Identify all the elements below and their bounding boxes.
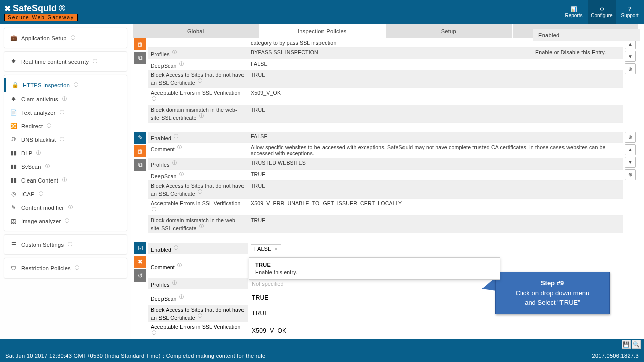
sidebar-item-image-analyzer[interactable]: 🖼Image analyzer ⓘ — [4, 214, 127, 228]
sidebar-item-label: Clam antivirus — [21, 96, 58, 102]
reports-button[interactable]: 📊 Reports — [559, 0, 588, 24]
lock-icon: 🔒 — [12, 82, 19, 88]
policy-row: Comment ⓘAllow specific websites to be a… — [148, 143, 623, 158]
info-icon: ⓘ — [65, 218, 69, 224]
circ-button[interactable]: ⊕ — [625, 63, 636, 74]
configure-label: Configure — [591, 13, 612, 18]
row-key: Enabled ⓘ — [148, 243, 248, 254]
block-nossl-value[interactable]: TRUE — [251, 308, 270, 319]
sidebar-item-dlp[interactable]: ▮▮DLP ⓘ — [4, 146, 127, 160]
callout-line1: Step #9 — [504, 278, 601, 288]
sidebar-item-redirect[interactable]: 🔀Redirect ⓘ — [4, 119, 127, 133]
sliders-icon: ☰ — [10, 241, 17, 248]
sidebar-item-https-inspection[interactable]: 🔒HTTPS Inspection ⓘ — [4, 78, 127, 92]
circ-button[interactable]: ⊕ — [625, 132, 636, 143]
save-icon[interactable]: 💾 — [622, 340, 631, 349]
clear-icon[interactable]: × — [274, 246, 277, 252]
policy-row: DeepScan ⓘFALSE — [148, 59, 623, 71]
info-icon: ⓘ — [68, 241, 72, 248]
sidebar-item-svscan[interactable]: ▮▮SvScan ⓘ — [4, 160, 127, 173]
app-header: ✖ SafeSquid® Secure Web Gateway 📊 Report… — [0, 0, 644, 24]
support-button[interactable]: ? Support — [616, 0, 644, 24]
policy-row: Acceptable Errors in SSL Verification ⓘX… — [148, 88, 623, 106]
trash-button[interactable]: 🗑 — [134, 38, 146, 50]
logo-block: ✖ SafeSquid® Secure Web Gateway — [4, 3, 78, 21]
cancel-button[interactable]: ✖ — [134, 256, 146, 268]
tab-global[interactable]: Global — [133, 24, 259, 38]
callout-line2: Click on drop down menu — [504, 288, 601, 298]
dropdown-option-desc: Enable this entry. — [255, 269, 494, 275]
dns-icon: ⅅ — [10, 136, 17, 143]
trash-button[interactable]: 🗑 — [134, 145, 146, 157]
circ-button[interactable]: ⊕ — [625, 169, 636, 180]
policy-row: Enabled ⓘFALSE — [148, 132, 623, 143]
sidebar-item-custom-settings[interactable]: ☰Custom Settings ⓘ — [4, 238, 127, 251]
row-value: TRUE — [248, 70, 623, 79]
policy-row: DeepScan ⓘTRUE — [148, 170, 623, 182]
info-icon: ⓘ — [36, 150, 41, 156]
help-body: Enable or Disable this Entry. — [533, 41, 640, 57]
sidebar-item-dns-blacklist[interactable]: ⅅDNS blacklist ⓘ — [4, 133, 127, 146]
down-button[interactable]: ▼ — [625, 157, 636, 168]
ring-icon: ◎ — [10, 191, 17, 197]
sidebar-item-label: Text analyzer — [21, 110, 56, 116]
row-key: Enabled ⓘ — [148, 132, 248, 143]
tab-setup[interactable]: Setup — [386, 24, 512, 38]
dropdown-option-true[interactable]: TRUE — [255, 262, 494, 268]
sidebar-item-label: Image analyzer — [21, 218, 61, 224]
product-name: SafeSquid — [13, 3, 57, 14]
copy-button[interactable]: ⧉ — [134, 52, 146, 64]
support-label: Support — [621, 13, 638, 18]
enabled-dropdown[interactable]: TRUEEnable this entry. — [249, 257, 500, 280]
policy-row: Block domain mismatch in the web-site SS… — [148, 216, 623, 233]
sidebar-item-clam-antivirus[interactable]: ✱Clam antivirus ⓘ — [4, 92, 127, 106]
sidebar-item-clean-content[interactable]: ▮▮Clean Content ⓘ — [4, 173, 127, 187]
row-key: Block Access to Sites that do not have a… — [148, 70, 248, 87]
row-value: X509_V_OK — [248, 88, 623, 97]
search-icon[interactable]: 🔍 — [632, 340, 641, 349]
sidebar-item-label: ICAP — [21, 191, 35, 197]
sidebar-item-label: Restriction Policies — [21, 265, 71, 272]
row-value: FALSE — [248, 59, 623, 68]
row-key: Comment ⓘ — [148, 143, 248, 154]
row-key: Block domain mismatch in the web-site SS… — [148, 216, 248, 233]
row-value: TRUE — [248, 181, 623, 190]
sidebar-item-label: Real time content security — [21, 59, 89, 65]
check-button[interactable]: ☑ — [134, 242, 146, 254]
sidebar-item-label: DLP — [21, 150, 32, 156]
policy-row: Profiles ⓘTRUSTED WEBSITES — [148, 158, 623, 170]
sidebar: 💼Application Setup ⓘ✱Real time content s… — [0, 24, 131, 339]
edit-button[interactable]: ✎ — [134, 132, 146, 144]
tab-inspection-policies[interactable]: Inspection Policies — [260, 24, 385, 38]
info-icon: ⓘ — [62, 177, 67, 184]
ssl-errors-value[interactable]: X509_V_OK — [251, 325, 287, 336]
product-tagline: Secure Web Gateway — [4, 14, 78, 21]
enabled-pill[interactable]: FALSE × — [251, 244, 281, 253]
bars-icon: ▮▮ — [10, 163, 17, 170]
row-value: X509_V_ERR_UNABLE_TO_GET_ISSUER_CERT_LOC… — [248, 199, 623, 208]
step-callout: Step #9 Click on drop down menu and Sele… — [495, 272, 610, 314]
info-icon: ⓘ — [45, 163, 50, 170]
copy-button[interactable]: ⧉ — [134, 159, 146, 171]
sidebar-item-real-time-content-security[interactable]: ✱Real time content security ⓘ — [4, 55, 127, 68]
up-button[interactable]: ▲ — [625, 144, 636, 155]
policy-row: Block Access to Sites that do not have a… — [148, 70, 623, 88]
configure-button[interactable]: ⚙ Configure — [588, 0, 616, 24]
profiles-placeholder: Not specified — [251, 279, 285, 289]
sidebar-item-text-analyzer[interactable]: 📄Text analyzer ⓘ — [4, 106, 127, 119]
sidebar-item-icap[interactable]: ◎ICAP ⓘ — [4, 187, 127, 201]
row-key: Profiles ⓘ — [148, 48, 248, 59]
row-key: Profiles ⓘ — [148, 278, 248, 289]
sidebar-item-content-modifier[interactable]: ✎Content modifier ⓘ — [4, 201, 127, 214]
undo-button[interactable]: ↺ — [134, 269, 146, 282]
shuffle-icon: 🔀 — [10, 123, 17, 129]
row-key: Acceptable Errors in SSL Verification ⓘ — [148, 199, 248, 216]
sidebar-item-application-setup[interactable]: 💼Application Setup ⓘ — [4, 31, 127, 45]
row-value-field[interactable]: FALSE × — [248, 243, 638, 254]
deepscan-value[interactable]: TRUE — [251, 292, 270, 303]
sidebar-item-label: Custom Settings — [21, 242, 64, 248]
sidebar-item-restriction-policies[interactable]: 🛡Restriction Policies ⓘ — [4, 261, 127, 275]
callout-line3: and Select "TRUE" — [504, 298, 601, 308]
row-value-field[interactable]: X509_V_OK — [248, 326, 638, 335]
row-key: Acceptable Errors in SSL Verification ⓘ — [148, 322, 248, 339]
